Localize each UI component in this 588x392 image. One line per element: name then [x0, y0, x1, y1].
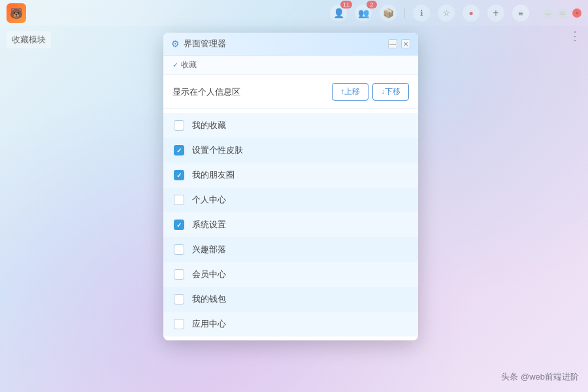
checkbox-list: 我的收藏设置个性皮肤我的朋友圈个人中心系统设置兴趣部落会员中心我的钱包应用中心 — [163, 109, 418, 340]
checkbox-1[interactable] — [174, 145, 184, 155]
checkbox-item[interactable]: 我的收藏 — [163, 113, 418, 138]
checkbox-6[interactable] — [174, 269, 184, 280]
window-controls: — □ ✕ — [544, 8, 581, 18]
dialog-close-button[interactable]: ✕ — [401, 39, 410, 48]
checkbox-item[interactable]: 系统设置 — [163, 212, 418, 237]
dialog-breadcrumb: ✓ 收藏 — [163, 56, 418, 75]
divider — [404, 8, 405, 18]
checkbox-item[interactable]: 会员中心 — [163, 262, 418, 287]
dialog-title-icon: ⚙ — [171, 39, 180, 49]
maximize-button[interactable]: □ — [558, 8, 567, 18]
add-icon[interactable]: + — [487, 5, 504, 22]
checkbox-item[interactable]: 设置个性皮肤 — [163, 138, 418, 163]
dialog-header: 显示在个人信息区 ↑上移 ↓下移 — [163, 75, 418, 109]
dialog-titlebar: ⚙ 界面管理器 — ✕ — [163, 33, 418, 56]
checkbox-label-2: 我的朋友圈 — [192, 169, 235, 181]
notification-icon-badge[interactable]: 👤 11 — [330, 5, 347, 22]
checkbox-item[interactable]: 我的钱包 — [163, 287, 418, 312]
close-button[interactable]: ✕ — [572, 8, 581, 18]
move-up-button[interactable]: ↑上移 — [332, 83, 368, 101]
minimize-button[interactable]: — — [544, 8, 553, 18]
box-icon[interactable]: 📦 — [380, 5, 397, 22]
checkbox-label-1: 设置个性皮肤 — [192, 144, 243, 156]
more-icon[interactable]: ⋮ — [569, 30, 581, 42]
checkbox-label-3: 个人中心 — [192, 194, 226, 206]
app-logo: 🐻 — [7, 3, 26, 23]
sidebar-label: 收藏模块 — [7, 31, 51, 48]
top-bar-icons: 👤 11 👥 2 📦 ℹ ☆ ● + ≡ — □ ✕ — [330, 5, 581, 22]
dialog-title: 界面管理器 — [184, 38, 226, 50]
checkbox-label-7: 我的钱包 — [192, 293, 226, 305]
checkbox-3[interactable] — [174, 195, 184, 205]
checkbox-item[interactable]: 个人中心 — [163, 188, 418, 212]
header-buttons: ↑上移 ↓下移 — [332, 83, 409, 101]
dialog: ⚙ 界面管理器 — ✕ ✓ 收藏 显示在个人信息区 ↑上移 ↓下移 我的收藏设置… — [163, 33, 418, 340]
checkbox-label-6: 会员中心 — [192, 269, 226, 280]
bell-icon[interactable]: ● — [463, 5, 480, 22]
settings-icon[interactable]: ≡ — [512, 5, 529, 22]
checkbox-item[interactable]: 应用中心 — [163, 312, 418, 336]
checkbox-5[interactable] — [174, 244, 184, 255]
top-bar-left: 🐻 — [7, 3, 26, 23]
dialog-title-left: ⚙ 界面管理器 — [171, 38, 226, 50]
info-icon[interactable]: ℹ — [413, 5, 430, 22]
dialog-header-title: 显示在个人信息区 — [172, 86, 240, 98]
notification-count: 11 — [340, 1, 352, 8]
star-icon[interactable]: ☆ — [438, 5, 455, 22]
checkbox-0[interactable] — [174, 120, 184, 131]
checkbox-label-5: 兴趣部落 — [192, 244, 226, 255]
move-down-button[interactable]: ↓下移 — [372, 83, 409, 101]
dialog-window-controls: — ✕ — [388, 39, 410, 48]
checkbox-label-0: 我的收藏 — [192, 120, 226, 131]
checkbox-4[interactable] — [174, 220, 184, 230]
checkbox-item[interactable]: 兴趣部落 — [163, 237, 418, 262]
checkbox-7[interactable] — [174, 294, 184, 304]
breadcrumb-arrow: ✓ — [172, 61, 178, 69]
checkbox-item[interactable]: 我的朋友圈 — [163, 163, 418, 188]
dialog-minimize-button[interactable]: — — [388, 39, 397, 48]
watermark: 头条 @web前端进阶 — [501, 371, 579, 383]
message-icon-badge[interactable]: 👥 2 — [355, 5, 372, 22]
checkbox-2[interactable] — [174, 170, 184, 180]
top-bar: 🐻 👤 11 👥 2 📦 ℹ ☆ ● + ≡ — □ ✕ — [0, 0, 588, 26]
message-count: 2 — [367, 1, 377, 8]
breadcrumb-text: 收藏 — [181, 59, 197, 71]
logo-icon: 🐻 — [10, 7, 23, 20]
checkbox-8[interactable] — [174, 319, 184, 329]
checkbox-label-8: 应用中心 — [192, 318, 226, 330]
checkbox-label-4: 系统设置 — [192, 219, 226, 231]
